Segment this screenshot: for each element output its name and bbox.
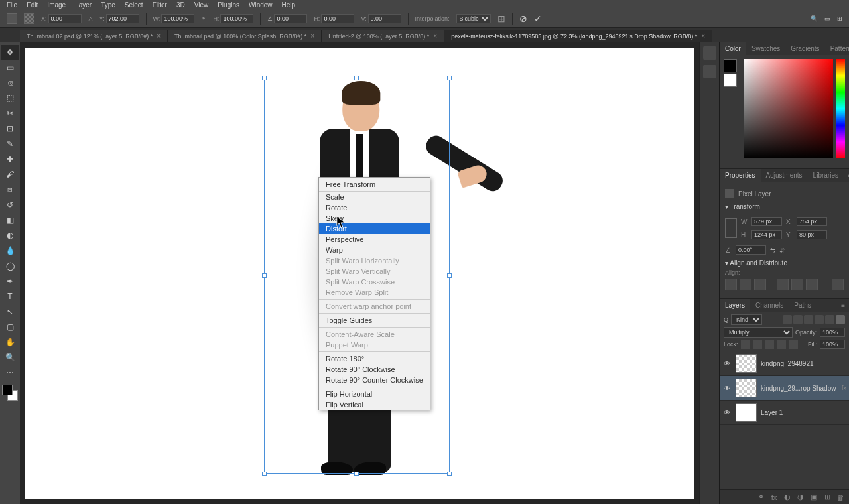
menu-type[interactable]: Type [101, 1, 115, 9]
ctx-item-rotate-90-clockwise[interactable]: Rotate 90° Clockwise [319, 364, 430, 375]
opacity-field[interactable] [820, 328, 845, 337]
workspace-icon[interactable]: ⊞ [837, 15, 842, 22]
document-tab[interactable]: pexels-mateusz-feliksik-11789585.jpg @ 7… [444, 30, 712, 42]
flip-h-icon[interactable]: ⇋ [770, 247, 775, 254]
handle-right[interactable] [447, 273, 452, 278]
handle-top-right[interactable] [447, 76, 452, 80]
visibility-icon[interactable]: 👁 [722, 359, 732, 368]
warp-mode-icon[interactable]: ⊞ [497, 13, 505, 24]
fill-field[interactable] [820, 340, 845, 349]
commit-transform-icon[interactable]: ✓ [534, 13, 542, 24]
align-center-h[interactable] [740, 279, 751, 290]
lock-transparency-icon[interactable] [741, 340, 750, 349]
interpolation-select[interactable]: Bicubic [456, 14, 491, 23]
prop-w[interactable] [751, 217, 782, 226]
align-left[interactable] [725, 279, 737, 290]
panel-tab-adjustments[interactable]: Adjustments [761, 169, 808, 182]
canvas-area[interactable]: Free TransformScaleRotateSkewDistortPers… [20, 42, 699, 504]
panel-tab-properties[interactable]: Properties [720, 169, 761, 182]
layer-row[interactable]: 👁Layer 1 [720, 401, 849, 425]
menu-layer[interactable]: Layer [75, 1, 92, 9]
ctx-item-rotate[interactable]: Rotate [319, 202, 430, 213]
gradient-tool[interactable]: ◐ [1, 228, 19, 243]
filter-kind-select[interactable]: Kind [731, 314, 762, 325]
ctx-item-warp[interactable]: Warp [319, 245, 430, 255]
align-top[interactable] [777, 279, 789, 290]
document-tab[interactable]: Thumbnail 02.psd @ 121% (Layer 5, RGB/8#… [20, 30, 168, 42]
close-icon[interactable]: × [157, 32, 161, 40]
crop-tool[interactable]: ✂ [1, 106, 19, 121]
type-tool[interactable]: T [1, 289, 19, 304]
handle-top[interactable] [354, 76, 359, 80]
document-tab[interactable]: Untitled-2 @ 100% (Layer 5, RGB/8) *× [322, 30, 444, 42]
handle-top-left[interactable] [262, 76, 267, 80]
selection-tool[interactable]: ⬚ [1, 91, 19, 105]
menu-select[interactable]: Select [125, 1, 143, 9]
layer-name[interactable]: kindpng_2948921 [761, 360, 846, 367]
adjustment-icon[interactable]: ◑ [796, 493, 805, 502]
reference-point-icon[interactable] [24, 13, 34, 24]
panel-menu-icon[interactable]: ≡ [837, 299, 849, 312]
panel-tab-libraries[interactable]: Libraries [808, 169, 844, 182]
pen-tool[interactable]: ✒ [1, 274, 19, 288]
blend-mode-select[interactable]: Multiply [724, 327, 793, 338]
share-icon[interactable]: ▭ [824, 15, 830, 22]
ctx-item-skew[interactable]: Skew [319, 213, 430, 223]
layer-name[interactable]: Layer 1 [761, 409, 846, 416]
menu-file[interactable]: File [7, 1, 17, 9]
ref-point-grid[interactable] [725, 218, 737, 238]
path-tool[interactable]: ↖ [1, 304, 19, 319]
menu-filter[interactable]: Filter [153, 1, 167, 9]
shape-tool[interactable]: ▢ [1, 320, 19, 334]
lock-artboard-icon[interactable] [777, 340, 786, 349]
align-bottom[interactable] [806, 279, 818, 290]
handle-bottom-left[interactable] [262, 472, 267, 476]
dodge-tool[interactable]: ◯ [1, 259, 19, 273]
eyedropper-tool[interactable]: ✎ [1, 137, 19, 151]
skew-h-field[interactable] [321, 14, 354, 23]
dock-icon-2[interactable] [703, 65, 716, 78]
layer-row[interactable]: 👁kindpng_29...rop Shadowfx [720, 376, 849, 401]
eraser-tool[interactable]: ◧ [1, 213, 19, 227]
angle-field[interactable] [274, 14, 307, 23]
delta-icon[interactable]: △ [88, 15, 93, 22]
brush-tool[interactable]: 🖌 [1, 167, 19, 182]
layer-name[interactable]: kindpng_29...rop Shadow [761, 385, 838, 392]
filter-smart-icon[interactable] [825, 315, 834, 324]
color-field[interactable] [744, 59, 833, 158]
panel-tab-channels[interactable]: Channels [750, 299, 789, 312]
zoom-tool[interactable]: 🔍 [1, 350, 19, 365]
stamp-tool[interactable]: ⧈ [1, 182, 19, 197]
cancel-transform-icon[interactable]: ⊘ [519, 13, 527, 24]
dock-icon-1[interactable] [703, 46, 716, 60]
menu-view[interactable]: View [194, 1, 209, 9]
filter-type-icon[interactable] [804, 315, 813, 324]
search-icon[interactable]: 🔍 [811, 15, 818, 22]
group-icon[interactable]: ▣ [809, 493, 818, 502]
menu-image[interactable]: Image [47, 1, 66, 9]
document-tab[interactable]: Thumbnail.psd @ 100% (Color Splash, RGB/… [168, 30, 322, 42]
prop-angle[interactable] [736, 245, 766, 255]
layer-thumbnail[interactable] [736, 354, 757, 373]
hue-slider[interactable] [836, 59, 845, 158]
lock-all-icon[interactable] [789, 340, 798, 349]
panel-tab-layers[interactable]: Layers [720, 299, 750, 312]
color-swatches[interactable] [2, 385, 18, 401]
ctx-item-distort[interactable]: Distort [319, 223, 430, 234]
prop-y[interactable] [797, 230, 827, 239]
panel-tab-paths[interactable]: Paths [789, 299, 816, 312]
close-icon[interactable]: × [433, 32, 437, 40]
menu-edit[interactable]: Edit [27, 1, 38, 9]
visibility-icon[interactable]: 👁 [722, 383, 732, 393]
panel-tab-swatches[interactable]: Swatches [746, 42, 785, 55]
frame-tool[interactable]: ⊡ [1, 121, 19, 136]
menu-3d[interactable]: 3D [176, 1, 185, 9]
ctx-item-scale[interactable]: Scale [319, 192, 430, 202]
ctx-item-flip-horizontal[interactable]: Flip Horizontal [319, 389, 430, 399]
bg-color-swatch[interactable] [724, 74, 737, 87]
ctx-item-rotate-90-counter-clockwise[interactable]: Rotate 90° Counter Clockwise [319, 375, 430, 385]
h-field[interactable] [220, 14, 253, 23]
layer-thumbnail[interactable] [736, 403, 757, 422]
menu-help[interactable]: Help [282, 1, 296, 9]
filter-toggle[interactable] [836, 315, 845, 324]
